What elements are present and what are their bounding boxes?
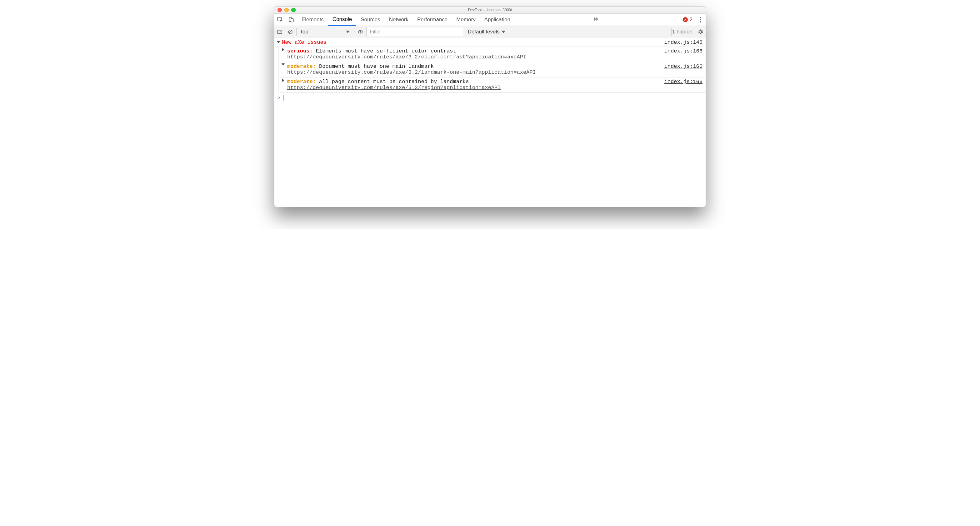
severity-label: moderate: (287, 64, 316, 69)
console-prompt[interactable]: › (274, 93, 706, 102)
chevron-down-icon (501, 30, 505, 33)
more-tabs-icon[interactable] (593, 16, 599, 24)
console-toolbar: top Default levels 1 hidden (274, 26, 706, 38)
help-url-link[interactable]: https://dequeuniversity.com/rules/axe/3.… (287, 54, 526, 60)
source-link[interactable]: index.js:166 (664, 79, 703, 85)
source-link[interactable]: index.js:166 (664, 64, 703, 69)
message-text: Elements must have sufficient color cont… (316, 48, 456, 54)
minimize-window-button[interactable] (285, 8, 289, 12)
message-text: Document must have one main landmark (319, 64, 434, 69)
severity-label: moderate: (287, 79, 316, 85)
svg-point-8 (360, 31, 361, 33)
svg-line-6 (289, 30, 292, 33)
tab-memory[interactable]: Memory (452, 14, 480, 25)
console-group-header[interactable]: New aXe issues index.js:146 (274, 38, 706, 47)
disclosure-triangle-icon[interactable] (281, 48, 285, 51)
errors-count: 2 (690, 17, 692, 22)
log-levels-label: Default levels (468, 29, 500, 35)
close-window-button[interactable] (277, 8, 282, 12)
help-url-link[interactable]: https://dequeuniversity.com/rules/axe/3.… (287, 85, 501, 91)
console-body: New aXe issues index.js:146 serious: Ele… (274, 38, 706, 207)
chevron-down-icon (346, 30, 350, 33)
hidden-messages-label[interactable]: 1 hidden (672, 29, 695, 35)
panel-tabs: Elements Console Sources Network Perform… (274, 14, 706, 26)
svg-rect-2 (291, 19, 293, 22)
severity-label: serious: (287, 48, 313, 54)
log-levels-selector[interactable]: Default levels (463, 29, 510, 35)
console-group-title: New aXe issues (282, 39, 326, 45)
disclosure-triangle-icon[interactable] (276, 41, 281, 43)
tab-network[interactable]: Network (385, 14, 413, 25)
console-message: serious: Elements must have sufficient c… (280, 47, 706, 62)
live-expression-icon[interactable] (355, 27, 366, 37)
clear-console-icon[interactable] (285, 27, 296, 37)
console-sidebar-toggle-icon[interactable] (274, 27, 285, 37)
tab-application[interactable]: Application (480, 14, 515, 25)
source-link[interactable]: index.js:166 (664, 48, 703, 54)
context-label: top (301, 29, 309, 35)
disclosure-triangle-icon[interactable] (281, 79, 285, 82)
tab-sources[interactable]: Sources (356, 14, 384, 25)
device-toolbar-icon[interactable] (286, 14, 297, 25)
filter-input[interactable] (367, 27, 463, 36)
console-message: moderate: All page content must be conta… (280, 78, 706, 93)
devtools-window: DevTools - localhost:3000/ Elements Cons… (274, 6, 706, 207)
source-link[interactable]: index.js:146 (664, 39, 703, 45)
context-selector[interactable]: top (297, 29, 353, 35)
inspect-element-icon[interactable] (274, 14, 286, 25)
tab-console[interactable]: Console (328, 14, 356, 26)
text-cursor (283, 95, 283, 100)
console-message: moderate: Document must have one main la… (280, 62, 706, 78)
error-icon (683, 17, 688, 22)
disclosure-triangle-icon[interactable] (281, 64, 285, 65)
zoom-window-button[interactable] (291, 8, 296, 12)
svg-rect-3 (277, 30, 282, 34)
prompt-chevron-icon: › (277, 95, 283, 100)
errors-indicator[interactable]: 2 (680, 16, 695, 23)
message-text: All page content must be contained by la… (319, 79, 469, 85)
tab-elements[interactable]: Elements (297, 14, 328, 25)
window-title: DevTools - localhost:3000/ (274, 8, 706, 12)
console-settings-icon[interactable] (695, 27, 706, 37)
window-controls (274, 8, 296, 12)
titlebar: DevTools - localhost:3000/ (274, 6, 706, 14)
tab-performance[interactable]: Performance (413, 14, 452, 25)
more-options-icon[interactable] (699, 16, 703, 24)
help-url-link[interactable]: https://dequeuniversity.com/rules/axe/3.… (287, 69, 536, 75)
